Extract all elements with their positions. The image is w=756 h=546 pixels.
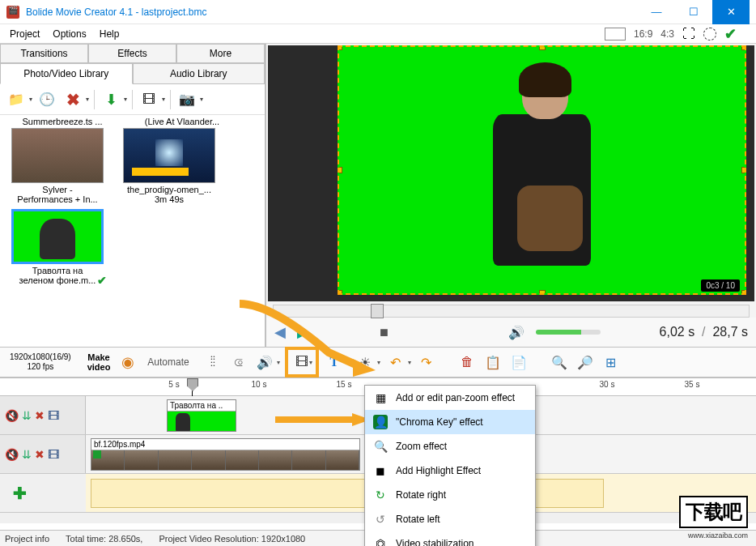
track-delete-icon[interactable]: ✖: [35, 448, 45, 461]
clip-travolta[interactable]: Траволта на ..: [167, 399, 236, 432]
copy-icon[interactable]: 📋: [482, 352, 503, 373]
volume-slider[interactable]: [536, 330, 601, 335]
webcam-icon[interactable]: 📷: [176, 88, 198, 111]
automate-button[interactable]: Automate: [139, 356, 197, 368]
tab-more[interactable]: More: [176, 44, 265, 63]
volume-icon[interactable]: 🔊: [508, 325, 525, 340]
resize-handle-w[interactable]: [338, 167, 342, 173]
paste-icon[interactable]: 📄: [508, 352, 529, 373]
lib-item-travolta-greenscreen[interactable]: Траволта на зеленом фоне.m... ✔: [5, 209, 110, 285]
menu-highlight-effect[interactable]: ◼ Add Highlight Effect: [365, 459, 535, 483]
track-delete-icon[interactable]: ✖: [35, 409, 45, 422]
rotate-right-icon: ↻: [373, 488, 388, 502]
stabilization-icon: ⏣: [373, 536, 388, 546]
add-folder-caret[interactable]: ▾: [29, 96, 32, 103]
undo-icon[interactable]: ↶: [385, 352, 406, 373]
resize-handle-e[interactable]: [741, 167, 746, 173]
download-caret[interactable]: ▾: [124, 96, 127, 103]
track-2-head: 🔇 ⇊ ✖ 🎞: [0, 435, 86, 473]
menu-pan-zoom[interactable]: ▦ Add or edit pan-zoom effect: [365, 386, 535, 410]
fullscreen-icon[interactable]: ⛶: [682, 27, 695, 41]
text-icon[interactable]: T: [324, 352, 345, 373]
status-project-info[interactable]: Project info: [5, 534, 49, 544]
lib-partial-1[interactable]: Summerbreeze.ts ...: [10, 117, 115, 126]
safe-zone-icon[interactable]: [703, 28, 716, 41]
tab-photo-video-library[interactable]: Photo/Video Library: [0, 63, 133, 84]
preview-viewport[interactable]: 0c3 / 10: [268, 45, 754, 301]
menu-project[interactable]: Project: [3, 27, 46, 41]
highlight-icon: ◼: [373, 463, 388, 478]
film-caret[interactable]: ▾: [162, 96, 165, 103]
download-icon[interactable]: ⬇: [100, 88, 122, 111]
brightness-icon[interactable]: ☀: [355, 352, 376, 373]
resize-handle-s[interactable]: [539, 290, 546, 295]
aspect-169-button[interactable]: 16:9: [634, 28, 652, 40]
seek-bar[interactable]: [273, 305, 750, 318]
track-expand-icon[interactable]: ⇊: [22, 409, 32, 422]
track-type-video-icon: 🎞: [48, 409, 59, 422]
fit-icon[interactable]: ⊞: [601, 352, 622, 373]
panzoom-icon: ▦: [373, 390, 388, 405]
menu-chroma-key[interactable]: 👤 "Chroma Key" effect: [365, 410, 535, 434]
remove-icon[interactable]: ✖: [62, 88, 84, 111]
split-icon[interactable]: ⦙⦙: [202, 352, 223, 373]
audio-icon[interactable]: 🔊: [254, 352, 275, 373]
rotate-left-icon: ↺: [373, 512, 388, 527]
make-video-button[interactable]: Make video: [81, 352, 117, 372]
lib-partial-2[interactable]: (Live At Vlaander...: [130, 117, 235, 126]
delete-icon[interactable]: 🗑: [457, 352, 478, 373]
track-1-head: 🔇 ⇊ ✖ 🎞: [0, 396, 86, 434]
preview-timecounter: 0c3 / 10: [701, 279, 740, 292]
check-icon: ✔: [97, 274, 107, 287]
zoom-in-icon[interactable]: 🔎: [575, 352, 596, 373]
aspect-preview-box[interactable]: [605, 28, 626, 41]
track-mute-icon[interactable]: 🔇: [5, 448, 19, 461]
track-type-video-icon: 🎞: [48, 448, 59, 461]
audio-caret[interactable]: ▾: [277, 359, 280, 366]
redo-icon[interactable]: ↷: [416, 352, 437, 373]
tab-effects[interactable]: Effects: [88, 44, 176, 63]
resize-handle-sw[interactable]: [338, 290, 342, 295]
effects-icon[interactable]: 🎞: [291, 352, 312, 373]
menu-video-stabilization[interactable]: ⏣ Video stabilization: [365, 531, 535, 546]
disc-icon[interactable]: ◉: [121, 353, 134, 371]
maximize-button[interactable]: ☐: [675, 0, 712, 24]
stop-button[interactable]: ■: [380, 324, 389, 341]
lib-item-sylver[interactable]: Sylver - Performances + In...: [5, 128, 110, 204]
brightness-caret[interactable]: ▾: [377, 359, 380, 366]
seek-thumb[interactable]: [371, 304, 384, 318]
zoom-out-icon[interactable]: 🔍: [549, 352, 570, 373]
add-folder-icon[interactable]: 📁: [5, 88, 28, 111]
webcam-caret[interactable]: ▾: [200, 96, 203, 103]
remove-caret[interactable]: ▾: [86, 96, 89, 103]
resize-handle-se[interactable]: [741, 290, 746, 295]
apply-check-icon[interactable]: ✔: [724, 25, 737, 43]
resize-handle-nw[interactable]: [338, 45, 342, 50]
minimize-button[interactable]: —: [638, 0, 675, 24]
crop-icon[interactable]: ⟃: [228, 352, 249, 373]
lib-label: 3m 49s: [117, 194, 222, 204]
add-track-button[interactable]: ✚: [5, 482, 81, 505]
text-caret[interactable]: ▾: [346, 359, 350, 366]
prev-frame-button[interactable]: ◀: [274, 323, 286, 341]
film-icon[interactable]: 🎞: [138, 88, 160, 111]
undo-caret[interactable]: ▾: [408, 359, 411, 366]
menu-zoom-effect[interactable]: 🔍 Zoom effect: [365, 434, 535, 459]
menu-rotate-left[interactable]: ↺ Rotate left: [365, 507, 535, 531]
menu-help[interactable]: Help: [93, 27, 126, 41]
close-button[interactable]: ✕: [712, 0, 750, 24]
play-button[interactable]: ▶: [297, 323, 308, 341]
tab-transitions[interactable]: Transitions: [0, 44, 88, 63]
resize-handle-ne[interactable]: [741, 45, 746, 50]
tab-audio-library[interactable]: Audio Library: [133, 63, 265, 84]
track-expand-icon[interactable]: ⇊: [22, 448, 32, 461]
recent-icon[interactable]: 🕒: [36, 88, 58, 111]
aspect-43-button[interactable]: 4:3: [660, 28, 674, 40]
preview-crop-frame[interactable]: [338, 45, 746, 295]
clip-bf120[interactable]: bf.120fps.mp4: [91, 438, 360, 471]
lib-item-prodigy[interactable]: the_prodigy-omen_... 3m 49s: [117, 128, 222, 204]
menu-options[interactable]: Options: [46, 27, 92, 41]
resize-handle-n[interactable]: [539, 45, 546, 50]
menu-rotate-right[interactable]: ↻ Rotate right: [365, 483, 535, 507]
track-mute-icon[interactable]: 🔇: [5, 409, 19, 422]
